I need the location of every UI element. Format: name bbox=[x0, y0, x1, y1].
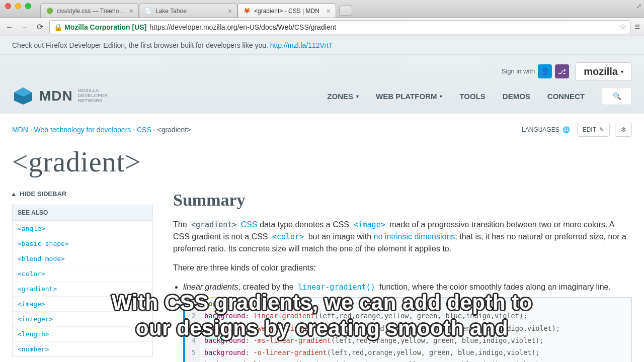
mozilla-tab[interactable]: mozilla ▾ bbox=[575, 62, 632, 81]
triangle-up-icon: ▴ bbox=[12, 190, 16, 198]
window-maximize-icon[interactable] bbox=[25, 3, 31, 9]
tab-title: css/style.css — Treehouse bbox=[57, 8, 126, 15]
sidebar-item-link[interactable]: <angle> bbox=[18, 225, 45, 232]
mdn-logo-mark-icon bbox=[12, 86, 34, 106]
page-actions: LANGUAGES 🌐 EDIT ✎ ⚙ bbox=[520, 123, 632, 137]
nav-tools[interactable]: TOOLS bbox=[459, 92, 485, 101]
browser-tab-2[interactable]: 🦊 <gradient> - CSS | MDN × bbox=[237, 4, 336, 18]
chevron-down-icon: ▾ bbox=[356, 94, 359, 99]
sidebar-item-link[interactable]: <basic-shape> bbox=[18, 240, 69, 247]
hide-sidebar-label: HIDE SIDEBAR bbox=[20, 190, 66, 198]
tab-close-icon[interactable]: × bbox=[327, 7, 331, 15]
window-close-icon[interactable] bbox=[5, 3, 11, 9]
tab-close-icon[interactable]: × bbox=[228, 7, 232, 15]
hide-sidebar-toggle[interactable]: ▴ HIDE SIDEBAR bbox=[12, 187, 153, 201]
reload-button[interactable]: ⟳ bbox=[34, 22, 45, 33]
tab-strip: 🟢 css/style.css — Treehouse × 📄 Lake Tah… bbox=[0, 0, 644, 18]
search-icon: 🔍 bbox=[613, 92, 621, 100]
sidebar-item-link[interactable]: <blend-mode> bbox=[18, 255, 65, 262]
crumb-mdn[interactable]: MDN bbox=[12, 126, 28, 134]
back-button[interactable]: ← bbox=[4, 22, 15, 33]
edit-label: EDIT bbox=[583, 126, 596, 133]
sidebar-item-link[interactable]: <length> bbox=[18, 330, 49, 338]
window-minimize-icon[interactable] bbox=[15, 3, 21, 9]
line-number: 1 bbox=[185, 298, 200, 310]
sidebar-item[interactable]: <gradient> bbox=[13, 281, 152, 296]
article-content: Summary The <gradient> CSS data type den… bbox=[173, 187, 632, 362]
browser-tab-0[interactable]: 🟢 css/style.css — Treehouse × bbox=[40, 4, 139, 18]
mdn-logo[interactable]: MDN MOZILLA DEVELOPER NETWORK bbox=[12, 86, 108, 106]
pencil-icon: ✎ bbox=[599, 126, 604, 133]
link-linear-gradient-func[interactable]: linear-gradient() bbox=[296, 283, 377, 291]
link-image[interactable]: <image> bbox=[351, 220, 387, 229]
summary-heading: Summary bbox=[173, 187, 632, 213]
sidebar-item-link[interactable]: <gradient> bbox=[18, 285, 57, 293]
sidebar-item-link[interactable]: <color> bbox=[18, 270, 45, 278]
sidebar-item[interactable]: <length> bbox=[13, 326, 152, 341]
tab-title: <gradient> - CSS | MDN bbox=[254, 8, 324, 15]
code-gradient: <gradient> bbox=[189, 220, 238, 230]
sidebar-item[interactable]: <blend-mode> bbox=[13, 251, 152, 266]
link-intrinsic-dimensions[interactable]: no intrinsic dimensions bbox=[374, 232, 455, 241]
languages-button[interactable]: LANGUAGES 🌐 bbox=[520, 123, 572, 136]
favicon-icon: 🦊 bbox=[243, 7, 251, 15]
nav-web-platform[interactable]: WEB PLATFORM▾ bbox=[376, 92, 442, 101]
link-css[interactable]: CSS bbox=[241, 220, 258, 229]
main-nav: ZONES▾ WEB PLATFORM▾ TOOLS DEMOS CONNECT… bbox=[327, 87, 632, 105]
globe-icon: 🌐 bbox=[562, 126, 570, 133]
sidebar-item[interactable]: <angle> bbox=[13, 221, 152, 236]
edit-button[interactable]: EDIT ✎ bbox=[577, 123, 610, 137]
crumb-css[interactable]: CSS bbox=[137, 126, 151, 134]
github-icon: ⎇ bbox=[558, 67, 566, 75]
site-identity-badge[interactable]: 🔒 Mozilla Corporation [US] bbox=[54, 23, 146, 31]
new-tab-button[interactable] bbox=[339, 6, 352, 16]
sidebar-item[interactable]: <number> bbox=[13, 341, 152, 356]
signin-github-button[interactable]: ⎇ bbox=[555, 64, 569, 78]
crumb-webtech[interactable]: Web technology for developers bbox=[34, 126, 131, 134]
sidebar-item[interactable]: <integer> bbox=[13, 311, 152, 326]
nav-tools-label: TOOLS bbox=[459, 92, 485, 101]
sidebar-item-link[interactable]: <image> bbox=[18, 300, 45, 308]
forward-button[interactable]: → bbox=[19, 22, 30, 33]
browser-tab-1[interactable]: 📄 Lake Tahoe × bbox=[139, 4, 237, 18]
address-bar[interactable]: 🔒 Mozilla Corporation [US] https://devel… bbox=[49, 20, 630, 34]
url-text: https://developer.mozilla.org/en-US/docs… bbox=[149, 23, 336, 31]
intro-kinds: There are three kinds of color gradients… bbox=[173, 262, 632, 274]
nav-web-platform-label: WEB PLATFORM bbox=[376, 92, 437, 101]
bookmark-star-icon[interactable]: ☆ bbox=[619, 22, 626, 32]
browser-menu-button[interactable]: ≡ bbox=[634, 22, 640, 32]
chevron-down-icon: ▾ bbox=[440, 94, 442, 99]
signin-group: Sign in with 👤 ⎇ bbox=[502, 64, 569, 78]
chevron-right-icon: › bbox=[133, 127, 135, 133]
sidebar-list: <angle> <basic-shape> <blend-mode> <colo… bbox=[12, 221, 153, 357]
link-color[interactable]: <color> bbox=[270, 232, 306, 241]
fullscreen-icon[interactable]: ⤢ bbox=[636, 2, 642, 10]
sidebar-item-link[interactable]: <integer> bbox=[18, 315, 53, 323]
sidebar-item[interactable]: <basic-shape> bbox=[13, 236, 152, 251]
crumb-current: <gradient> bbox=[157, 126, 191, 134]
mozilla-label: mozilla bbox=[584, 66, 618, 77]
lock-icon: 🔒 bbox=[54, 23, 62, 31]
languages-label: LANGUAGES bbox=[522, 126, 559, 133]
promo-bar: Check out Firefox Developer Edition, the… bbox=[0, 36, 644, 55]
mdn-logo-text: MDN bbox=[39, 88, 73, 104]
sidebar-item[interactable]: <image> bbox=[13, 296, 152, 311]
nav-demos[interactable]: DEMOS bbox=[503, 92, 530, 101]
search-button[interactable]: 🔍 bbox=[602, 87, 632, 105]
promo-link[interactable]: http://mzl.la/112VrtT bbox=[270, 41, 333, 49]
settings-button[interactable]: ⚙ bbox=[615, 123, 632, 137]
nav-demos-label: DEMOS bbox=[503, 92, 530, 101]
summary-paragraph: The <gradient> CSS data type denotes a C… bbox=[173, 219, 632, 255]
sidebar-item[interactable]: <color> bbox=[13, 266, 152, 281]
chevron-right-icon: › bbox=[153, 127, 155, 133]
breadcrumb: MDN› Web technology for developers› CSS›… bbox=[12, 126, 191, 134]
nav-zones[interactable]: ZONES▾ bbox=[327, 92, 359, 101]
site-header: Sign in with 👤 ⎇ mozilla ▾ MDN MOZILLA D… bbox=[0, 55, 644, 114]
nav-zones-label: ZONES bbox=[327, 92, 353, 101]
see-also-header: SEE ALSO bbox=[12, 205, 153, 221]
sidebar-item-link[interactable]: <number> bbox=[18, 345, 49, 353]
tab-close-icon[interactable]: × bbox=[129, 7, 133, 15]
signin-label: Sign in with bbox=[502, 67, 535, 75]
nav-connect[interactable]: CONNECT bbox=[547, 92, 585, 101]
signin-persona-button[interactable]: 👤 bbox=[538, 64, 552, 78]
